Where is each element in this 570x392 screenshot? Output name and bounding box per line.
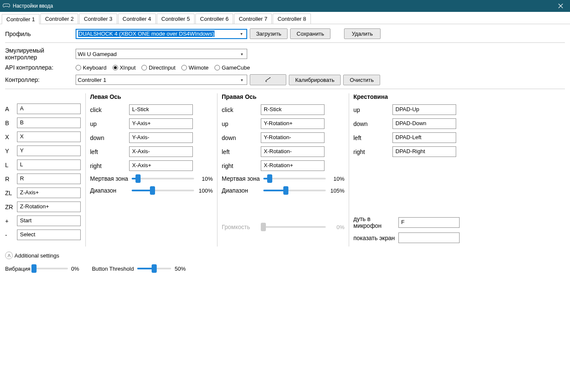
btn-x-label: X bbox=[5, 134, 17, 140]
map-dpad-left[interactable]: DPAD-Left bbox=[392, 132, 456, 143]
right-range-slider[interactable] bbox=[263, 186, 326, 195]
map-x[interactable]: X bbox=[17, 132, 81, 142]
chevron-down-icon: ▾ bbox=[238, 31, 245, 36]
btn-l-label: L bbox=[5, 162, 17, 168]
left-axis-column: Левая Ось clickL-Stick upY-Axis+ downY-A… bbox=[86, 93, 217, 246]
map-rstick-up[interactable]: Y-Rotation+ bbox=[261, 118, 325, 129]
btn-zr-label: ZR bbox=[5, 204, 17, 210]
map-dpad-up[interactable]: DPAD-Up bbox=[392, 104, 456, 115]
map-rstick-click[interactable]: R-Stick bbox=[261, 104, 325, 115]
tab-controller-4[interactable]: Controller 4 bbox=[118, 14, 156, 24]
map-mic[interactable]: F bbox=[398, 217, 460, 228]
radio-xinput[interactable]: XInput bbox=[113, 64, 136, 71]
map-rstick-right[interactable]: X-Rotation+ bbox=[261, 160, 325, 171]
app-icon bbox=[3, 3, 10, 9]
chevron-down-icon: ▾ bbox=[238, 52, 245, 56]
face-buttons-column: AA BB XX YY LL RR ZLZ-Axis+ ZRZ-Rotation… bbox=[5, 93, 86, 246]
right-axis-column: Правая Ось clickR-Stick upY-Rotation+ do… bbox=[217, 93, 349, 246]
save-button[interactable]: Сохранить bbox=[290, 28, 330, 39]
controller-value: Controller 1 bbox=[78, 77, 238, 83]
title-bar: Настройки ввода bbox=[0, 0, 570, 12]
threshold-slider[interactable] bbox=[137, 264, 171, 273]
map-lstick-click[interactable]: L-Stick bbox=[129, 104, 193, 115]
btn-y-label: Y bbox=[5, 148, 17, 154]
delete-button[interactable]: Удалить bbox=[344, 28, 381, 39]
btn-b-label: B bbox=[5, 120, 17, 126]
btn-plus-label: + bbox=[5, 218, 17, 224]
map-dpad-right[interactable]: DPAD-Right bbox=[392, 146, 456, 157]
btn-minus-label: - bbox=[5, 232, 17, 238]
radio-directinput[interactable]: DirectInput bbox=[141, 64, 175, 71]
radio-wiimote[interactable]: Wiimote bbox=[181, 64, 209, 71]
map-lstick-right[interactable]: X-Axis+ bbox=[129, 160, 193, 171]
profile-select[interactable]: DUALSHOCK 4 (XBOX ONE mode over DS4WIndo… bbox=[76, 29, 247, 39]
api-label: API контроллера: bbox=[5, 64, 73, 71]
emulated-label: Эмулируемый контроллер bbox=[5, 47, 73, 61]
api-radio-group: Keyboard XInput DirectInput Wiimote Game… bbox=[76, 64, 250, 71]
refresh-button[interactable] bbox=[250, 74, 286, 85]
controller-select[interactable]: Controller 1 ▾ bbox=[76, 75, 247, 85]
left-range-slider[interactable] bbox=[132, 186, 194, 195]
map-minus[interactable]: Select bbox=[17, 230, 81, 240]
tab-controller-8[interactable]: Controller 8 bbox=[273, 14, 310, 24]
map-y[interactable]: Y bbox=[17, 146, 81, 156]
controller-tabs: Controller 1 Controller 2 Controller 3 C… bbox=[0, 12, 570, 24]
profile-label: Профиль bbox=[5, 31, 73, 37]
map-lstick-up[interactable]: Y-Axis+ bbox=[129, 118, 193, 129]
window-title: Настройки ввода bbox=[13, 3, 551, 9]
calibrate-button[interactable]: Калибрировать bbox=[289, 75, 341, 85]
btn-zl-label: ZL bbox=[5, 190, 17, 196]
btn-a-label: A bbox=[5, 106, 17, 112]
map-r[interactable]: R bbox=[17, 174, 81, 184]
right-deadzone-slider[interactable] bbox=[263, 174, 326, 183]
tab-controller-1[interactable]: Controller 1 bbox=[2, 14, 40, 24]
emulated-value: Wii U Gamepad bbox=[78, 51, 238, 57]
radio-gamecube[interactable]: GameCube bbox=[214, 64, 250, 71]
right-range-value: 105% bbox=[326, 188, 344, 194]
map-zr[interactable]: Z-Rotation+ bbox=[17, 202, 81, 212]
map-b[interactable]: B bbox=[17, 118, 81, 128]
left-deadzone-slider[interactable] bbox=[132, 174, 194, 183]
additional-settings-toggle[interactable]: ᐱ Additional settings bbox=[5, 252, 565, 259]
emulated-select[interactable]: Wii U Gamepad ▾ bbox=[76, 49, 247, 59]
map-zl[interactable]: Z-Axis+ bbox=[17, 188, 81, 198]
close-button[interactable] bbox=[551, 0, 570, 12]
map-rstick-left[interactable]: X-Rotation- bbox=[261, 146, 325, 157]
controller-label: Контроллер: bbox=[5, 76, 73, 83]
btn-r-label: R bbox=[5, 176, 17, 182]
tab-controller-2[interactable]: Controller 2 bbox=[40, 14, 78, 24]
tab-controller-5[interactable]: Controller 5 bbox=[157, 14, 195, 24]
dpad-header: Крестовина bbox=[353, 93, 460, 100]
left-deadzone-value: 10% bbox=[194, 176, 213, 182]
radio-keyboard[interactable]: Keyboard bbox=[76, 64, 107, 71]
clear-button[interactable]: Очистить bbox=[343, 75, 380, 85]
map-rstick-down[interactable]: Y-Rotation- bbox=[261, 132, 325, 143]
tab-controller-6[interactable]: Controller 6 bbox=[195, 14, 233, 24]
threshold-label: Button Threshold bbox=[92, 266, 134, 272]
left-range-value: 100% bbox=[194, 188, 213, 194]
chevron-down-icon: ▾ bbox=[238, 78, 245, 82]
volume-slider bbox=[263, 223, 326, 231]
vibration-slider[interactable] bbox=[34, 264, 68, 273]
volume-value: 0% bbox=[326, 224, 344, 230]
map-dpad-down[interactable]: DPAD-Down bbox=[392, 118, 456, 129]
threshold-value: 50% bbox=[175, 266, 186, 272]
map-lstick-left[interactable]: X-Axis- bbox=[129, 146, 193, 157]
dpad-column: Крестовина upDPAD-Up downDPAD-Down leftD… bbox=[349, 93, 464, 246]
tab-controller-7[interactable]: Controller 7 bbox=[234, 14, 272, 24]
left-axis-header: Левая Ось bbox=[90, 93, 213, 100]
content-panel: Профиль DUALSHOCK 4 (XBOX ONE mode over … bbox=[0, 24, 570, 277]
profile-value: DUALSHOCK 4 (XBOX ONE mode over DS4WIndo… bbox=[78, 31, 214, 37]
map-screen[interactable] bbox=[398, 232, 460, 243]
chevron-up-icon: ᐱ bbox=[5, 252, 13, 259]
vibration-value: 0% bbox=[71, 266, 79, 272]
map-l[interactable]: L bbox=[17, 160, 81, 170]
map-a[interactable]: A bbox=[17, 104, 81, 114]
load-button[interactable]: Загрузить bbox=[250, 28, 288, 39]
right-axis-header: Правая Ось bbox=[222, 93, 344, 100]
vibration-label: Вибрация bbox=[5, 266, 31, 272]
right-deadzone-value: 10% bbox=[326, 176, 344, 182]
tab-controller-3[interactable]: Controller 3 bbox=[79, 14, 117, 24]
map-plus[interactable]: Start bbox=[17, 216, 81, 226]
map-lstick-down[interactable]: Y-Axis- bbox=[129, 132, 193, 143]
